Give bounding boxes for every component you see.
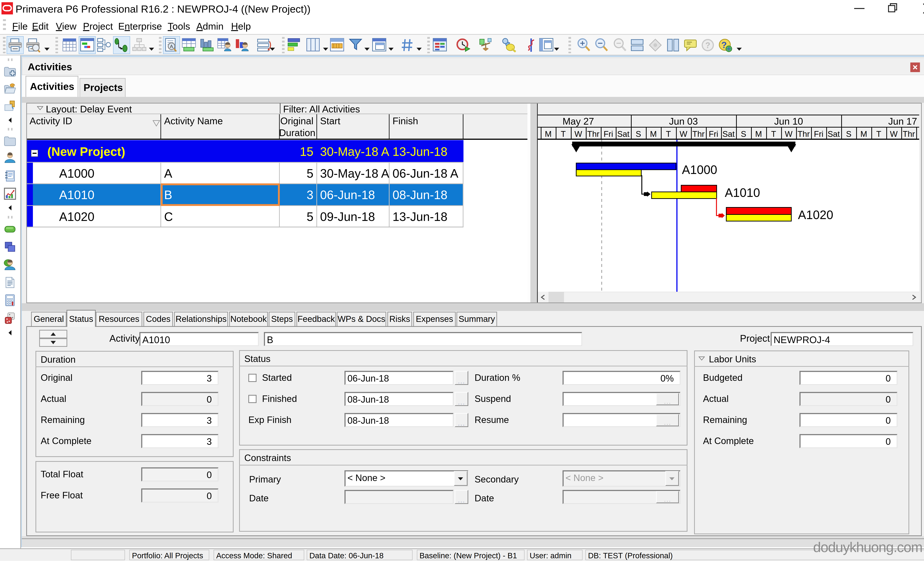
svg-text:A: A (170, 44, 173, 49)
svg-text:?: ? (705, 41, 710, 50)
